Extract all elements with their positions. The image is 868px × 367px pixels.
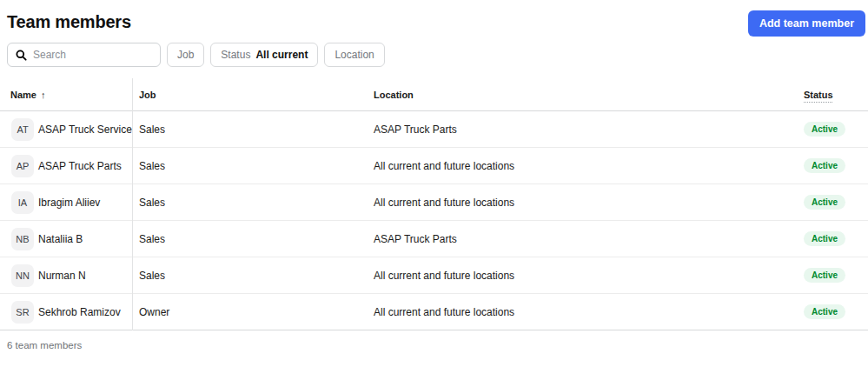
member-name-cell: AP ASAP Truck Parts [0, 155, 132, 177]
member-location: ASAP Truck Parts [367, 233, 797, 245]
avatar: IA [11, 191, 34, 214]
filter-status-value: All current [255, 49, 308, 61]
filter-status-label: Status [221, 49, 250, 61]
table-row[interactable]: NN Nurman N Sales All current and future… [0, 257, 868, 294]
member-name: Ibragim Aliiev [38, 197, 100, 209]
member-name: Sekhrob Ramizov [38, 306, 121, 318]
status-badge: Active [804, 122, 845, 137]
status-badge: Active [804, 158, 845, 173]
table-body: AT ASAP Truck Service Sales ASAP Truck P… [0, 111, 868, 330]
member-name-cell: NN Nurman N [0, 264, 132, 287]
status-badge: Active [804, 304, 845, 319]
search-box[interactable] [7, 43, 161, 67]
team-table: Name ↑ Job Location Status AT ASAP Truck… [0, 78, 868, 330]
member-status-cell: Active [797, 122, 868, 137]
member-job: Sales [132, 197, 367, 209]
member-status-cell: Active [797, 268, 868, 283]
filter-job-label: Job [177, 49, 194, 61]
search-input[interactable] [33, 49, 152, 61]
column-header-name[interactable]: Name ↑ [0, 90, 132, 100]
column-header-job: Job [132, 90, 367, 100]
team-members-page: Team members Add team member Job Status … [0, 0, 868, 367]
member-name-cell: IA Ibragim Aliiev [0, 191, 132, 214]
member-location: All current and future locations [367, 306, 797, 318]
avatar: NB [11, 228, 34, 250]
filter-toolbar: Job Status All current Location [0, 43, 868, 67]
add-team-member-button[interactable]: Add team member [748, 10, 865, 37]
filter-job[interactable]: Job [167, 43, 204, 67]
member-name: Nataliia B [38, 233, 83, 245]
column-header-status[interactable]: Status [797, 90, 868, 100]
member-name: Nurman N [38, 270, 86, 282]
status-badge: Active [804, 231, 845, 246]
member-count: 6 team members [0, 340, 868, 350]
table-row[interactable]: AT ASAP Truck Service Sales ASAP Truck P… [0, 111, 868, 148]
member-location: All current and future locations [367, 270, 797, 282]
page-title: Team members [7, 12, 131, 32]
table-header: Name ↑ Job Location Status [0, 78, 868, 111]
member-job: Sales [132, 160, 367, 172]
member-name-cell: AT ASAP Truck Service [0, 118, 132, 141]
filter-status[interactable]: Status All current [210, 43, 318, 67]
member-job: Sales [132, 233, 367, 245]
table-row[interactable]: IA Ibragim Aliiev Sales All current and … [0, 184, 868, 221]
member-status-cell: Active [797, 158, 868, 173]
member-status-cell: Active [797, 195, 868, 210]
filter-location[interactable]: Location [324, 43, 384, 67]
member-job: Owner [132, 306, 367, 318]
table-row[interactable]: NB Nataliia B Sales ASAP Truck Parts Act… [0, 221, 868, 257]
member-status-cell: Active [797, 304, 868, 319]
member-location: All current and future locations [367, 197, 797, 209]
member-location: All current and future locations [367, 160, 797, 172]
topbar: Team members Add team member [0, 0, 868, 43]
avatar: AT [11, 118, 34, 141]
status-badge: Active [804, 195, 845, 210]
member-name-cell: SR Sekhrob Ramizov [0, 301, 132, 324]
member-status-cell: Active [797, 231, 868, 246]
member-job: Sales [132, 270, 367, 282]
column-header-status-label: Status [804, 90, 833, 100]
column-header-name-label: Name [10, 90, 36, 100]
member-job: Sales [132, 123, 367, 136]
column-divider [132, 78, 133, 330]
status-badge: Active [804, 268, 845, 283]
table-row[interactable]: AP ASAP Truck Parts Sales All current an… [0, 148, 868, 184]
table-row[interactable]: SR Sekhrob Ramizov Owner All current and… [0, 294, 868, 330]
filter-location-label: Location [335, 49, 374, 61]
member-name-cell: NB Nataliia B [0, 228, 132, 250]
avatar: AP [11, 155, 34, 177]
sort-ascending-icon: ↑ [41, 90, 46, 100]
search-icon [16, 50, 27, 61]
column-header-location: Location [367, 90, 797, 100]
member-name: ASAP Truck Parts [38, 160, 122, 172]
member-location: ASAP Truck Parts [367, 123, 797, 136]
avatar: SR [11, 301, 34, 324]
avatar: NN [11, 264, 34, 287]
member-name: ASAP Truck Service [38, 123, 132, 136]
